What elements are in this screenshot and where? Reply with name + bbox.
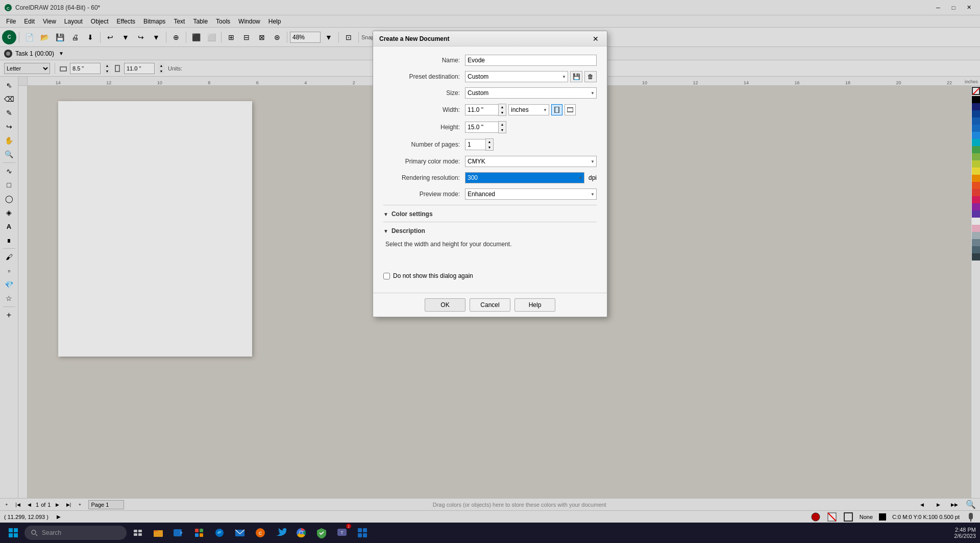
pages-control: ▲ ▼ — [465, 138, 597, 151]
color-mode-select[interactable]: CMYK — [465, 156, 597, 167]
do-not-show-checkbox[interactable] — [383, 273, 390, 279]
height-control: ▲ ▼ — [465, 121, 597, 133]
pages-spinner-buttons: ▲ ▼ — [485, 138, 494, 151]
svg-rect-9 — [555, 107, 559, 113]
height-field-label: Height: — [383, 124, 465, 131]
pages-label: Number of pages: — [383, 141, 465, 148]
height-spinner-buttons: ▲ ▼ — [498, 121, 506, 133]
dialog-title-text: Create a New Document — [379, 35, 449, 42]
height-field-input[interactable] — [465, 122, 498, 133]
color-mode-select-wrapper: CMYK — [465, 156, 597, 167]
height-increment[interactable]: ▲ — [499, 122, 506, 127]
preview-mode-row: Preview mode: Enhanced — [383, 188, 597, 200]
save-preset-button[interactable]: 💾 — [570, 71, 582, 82]
create-document-dialog: Create a New Document ✕ Name: Preset des… — [373, 31, 607, 317]
name-control — [465, 55, 597, 66]
orientation-buttons — [551, 104, 576, 115]
description-content: Select the width and height for your doc… — [383, 237, 597, 267]
resolution-select-wrapper: 300 — [465, 172, 584, 183]
name-row: Name: — [383, 55, 597, 66]
width-field-label: Width: — [383, 106, 465, 113]
preview-mode-label: Preview mode: — [383, 191, 465, 198]
color-mode-row: Primary color mode: CMYK — [383, 156, 597, 167]
width-field-input[interactable] — [465, 104, 498, 115]
dialog-body: Name: Preset destination: Custom 💾 🗑 — [373, 46, 607, 293]
color-settings-divider — [383, 205, 597, 205]
preset-control: Custom 💾 🗑 — [465, 71, 597, 82]
dialog-overlay: Create a New Document ✕ Name: Preset des… — [0, 0, 980, 543]
size-label: Size: — [383, 89, 465, 97]
pages-input[interactable] — [465, 139, 485, 150]
name-input[interactable] — [465, 55, 597, 66]
width-spinner-buttons: ▲ ▼ — [498, 104, 506, 116]
size-row: Size: Custom — [383, 87, 597, 99]
height-spinner-group: ▲ ▼ — [465, 121, 506, 133]
resolution-label: Rendering resolution: — [383, 174, 465, 181]
portrait-button[interactable] — [551, 104, 562, 115]
description-header[interactable]: ▼ Description — [383, 224, 597, 237]
do-not-show-row: Do not show this dialog again — [383, 272, 597, 279]
width-row: Width: ▲ ▼ inches — [383, 104, 597, 116]
landscape-button[interactable] — [565, 104, 576, 115]
color-settings-collapse-icon: ▼ — [383, 211, 388, 217]
cancel-button[interactable]: Cancel — [470, 298, 510, 312]
help-button[interactable]: Help — [514, 298, 555, 312]
dialog-close-button[interactable]: ✕ — [591, 34, 601, 44]
width-decrement[interactable]: ▼ — [499, 110, 506, 115]
color-mode-label: Primary color mode: — [383, 158, 465, 165]
preset-destination-select[interactable]: Custom — [465, 71, 568, 82]
dpi-label: dpi — [589, 174, 597, 181]
preset-dest-label: Preset destination: — [383, 73, 465, 80]
color-mode-control: CMYK — [465, 156, 597, 167]
name-label: Name: — [383, 57, 465, 64]
preview-select-wrapper: Enhanced — [465, 188, 597, 200]
color-settings-label: Color settings — [391, 210, 433, 218]
size-select-wrapper: Custom — [465, 87, 597, 99]
dialog-title-bar: Create a New Document ✕ — [373, 31, 607, 46]
size-control: Custom — [465, 87, 597, 99]
unit-select-wrapper: inches — [508, 104, 549, 115]
ok-button[interactable]: OK — [425, 298, 465, 312]
preset-row: Preset destination: Custom 💾 🗑 — [383, 71, 597, 82]
pages-increment[interactable]: ▲ — [486, 139, 493, 145]
dialog-footer: OK Cancel Help — [373, 293, 607, 317]
description-collapse-icon: ▼ — [383, 228, 388, 234]
do-not-show-label[interactable]: Do not show this dialog again — [393, 272, 473, 279]
delete-preset-button[interactable]: 🗑 — [584, 71, 597, 82]
pages-spinner-group: ▲ ▼ — [465, 138, 494, 151]
size-select[interactable]: Custom — [465, 87, 597, 99]
width-increment[interactable]: ▲ — [499, 104, 506, 110]
preset-select-wrapper: Custom — [465, 71, 568, 82]
pages-decrement[interactable]: ▼ — [486, 145, 493, 150]
height-row: Height: ▲ ▼ — [383, 121, 597, 133]
width-control: ▲ ▼ inches — [465, 104, 597, 116]
description-divider — [383, 222, 597, 222]
preview-mode-control: Enhanced — [465, 188, 597, 200]
color-settings-header[interactable]: ▼ Color settings — [383, 207, 597, 220]
height-decrement[interactable]: ▼ — [499, 127, 506, 133]
resolution-control: 300 dpi — [465, 172, 597, 183]
description-label: Description — [391, 227, 425, 234]
svg-rect-10 — [567, 108, 573, 112]
description-text: Select the width and height for your doc… — [385, 241, 511, 248]
preview-mode-select[interactable]: Enhanced — [465, 188, 597, 200]
width-spinner-group: ▲ ▼ — [465, 104, 506, 116]
resolution-select[interactable]: 300 — [465, 172, 584, 183]
pages-row: Number of pages: ▲ ▼ — [383, 138, 597, 151]
resolution-row: Rendering resolution: 300 dpi — [383, 172, 597, 183]
unit-select[interactable]: inches — [508, 104, 549, 115]
